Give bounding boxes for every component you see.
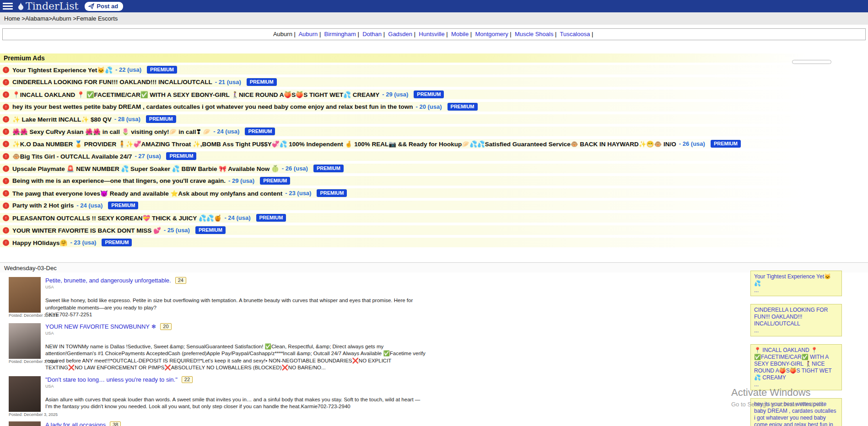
premium-ad-title[interactable]: ✨ Lake Merritt INCALL✨ $80 QV	[12, 116, 112, 123]
premium-ad-age: - 23 (usa)	[285, 190, 311, 197]
listing-photo[interactable]	[9, 323, 41, 359]
up-arrow-icon: ↑	[3, 215, 9, 221]
listing-posted-date: Posted: December 3, 2025	[9, 313, 41, 318]
premium-ad-age: - 26 (usa)	[282, 165, 308, 172]
premium-ad-row[interactable]: ↑ hey its your best wettes petite baby D…	[0, 102, 868, 112]
city-link[interactable]: Dothan	[362, 31, 382, 37]
listing-photo[interactable]	[9, 376, 41, 412]
city-link[interactable]: Huntsville	[419, 31, 444, 37]
premium-ad-row[interactable]: ↑ Happy HOlidays🤗 - 23 (usa) PREMIUM	[0, 238, 868, 247]
site-logo[interactable]: TinderList	[17, 1, 78, 11]
breadcrumb-link[interactable]: Home	[4, 15, 20, 22]
premium-ad-title[interactable]: Being with me is an experience—one that …	[12, 177, 226, 184]
premium-ad-title[interactable]: Upscale Playmate 🚨 NEW NUMBER 💦 Super So…	[12, 165, 279, 172]
premium-ad-row[interactable]: ↑ CINDERELLA LOOKING FOR FUN!!! OAKLAND!…	[0, 77, 868, 87]
up-arrow-icon: ↑	[3, 240, 9, 246]
breadcrumb-link[interactable]: Female Escorts	[76, 15, 118, 22]
up-arrow-icon: ↑	[3, 190, 9, 197]
premium-ad-row[interactable]: ↑ YOUR WINTER FAVORITE IS BACK DONT MISS…	[0, 225, 868, 235]
breadcrumb-link[interactable]: Alabama	[25, 15, 49, 22]
scrollbar-thumb[interactable]	[792, 60, 831, 64]
premium-ad-row[interactable]: ↑ PLEASANTON OUTCALLS !! SEXY KOREAN💝 TH…	[0, 213, 868, 223]
listing-body: YOUR NEW FAVORITE SNOWBUNNY ❄ 20 USA NEW…	[45, 323, 427, 372]
city-nav: Auburn | Auburn | Birmingham | Dothan | …	[2, 28, 866, 40]
breadcrumb-separator: >	[71, 15, 76, 22]
premium-ads-list: ↑ Your Tightest Experience Yet🐱💦 - 22 (u…	[0, 65, 868, 247]
premium-ad-row[interactable]: ↑ 📍INCALL OAKLAND 📍 ✅FACETIME/CAR✅ WITH …	[0, 90, 868, 99]
premium-ad-title[interactable]: 🐵Big Tits Girl - OUTCALL Available 24/7	[12, 153, 132, 160]
sidebar-ad-title[interactable]: CINDERELLA LOOKING FOR FUN!!! OAKLAND!!!…	[754, 307, 838, 327]
premium-ad-title[interactable]: 📍INCALL OAKLAND 📍 ✅FACETIME/CAR✅ WITH A …	[12, 91, 379, 98]
premium-ad-row[interactable]: ↑ Upscale Playmate 🚨 NEW NUMBER 💦 Super …	[0, 164, 868, 173]
premium-badge: PREMIUM	[260, 177, 290, 185]
premium-ad-title[interactable]: YOUR WINTER FAVORITE IS BACK DONT MISS 💕	[12, 227, 161, 234]
premium-badge: PREMIUM	[247, 78, 277, 86]
listing-country: USA	[45, 384, 427, 389]
city-link[interactable]: Auburn	[298, 31, 318, 37]
listing-posted-date: Posted: December 3, 2025	[9, 412, 41, 417]
premium-ad-title[interactable]: PLEASANTON OUTCALLS !! SEXY KOREAN💝 THIC…	[12, 214, 221, 222]
city-link[interactable]: Tuscaloosa	[560, 31, 590, 37]
premium-ad-age: - 24 (usa)	[213, 128, 239, 135]
listing-title-link[interactable]: "Don't stare too long… unless you're rea…	[45, 376, 178, 383]
sidebar-ad-card[interactable]: CINDERELLA LOOKING FOR FUN!!! OAKLAND!!!…	[750, 304, 842, 336]
sidebar-ad-title[interactable]: 📍 INCALL OAKLAND 📍 ✅FACETIME/CAR✅ WITH A…	[754, 347, 838, 381]
city-separator: |	[412, 31, 417, 37]
listing-country: USA	[45, 331, 427, 335]
up-arrow-icon: ↑	[3, 178, 9, 184]
premium-ad-title[interactable]: ✨K.O Daa NUMBER 🏅 PROVIDER 🧍✨💞AMAZING Th…	[12, 140, 676, 148]
premium-ad-title[interactable]: hey its your best wettes petite baby DRE…	[12, 103, 413, 110]
up-arrow-icon: ↑	[3, 79, 9, 85]
premium-ad-row[interactable]: ↑ Your Tightest Experience Yet🐱💦 - 22 (u…	[0, 65, 868, 75]
premium-ad-title[interactable]: Party with 2 Hot girls	[12, 202, 74, 209]
premium-ad-age: - 24 (usa)	[224, 214, 250, 221]
listing-age-badge: 38	[110, 421, 121, 426]
site-logo-text: TinderList	[26, 1, 78, 11]
up-arrow-icon: ↑	[3, 116, 9, 122]
listing-photo[interactable]	[9, 421, 41, 426]
premium-ad-row[interactable]: ↑ ✨ Lake Merritt INCALL✨ $80 QV - 28 (us…	[0, 114, 868, 124]
premium-ad-row[interactable]: ↑ ✨K.O Daa NUMBER 🏅 PROVIDER 🧍✨💞AMAZING …	[0, 139, 868, 149]
menu-icon[interactable]	[3, 3, 13, 10]
city-link[interactable]: Muscle Shoals	[515, 31, 554, 37]
city-link[interactable]: Auburn	[273, 31, 292, 37]
listing-thumb-wrap: Posted: December 3, 2025	[9, 323, 41, 372]
listing-title-link[interactable]: Petite, brunette, and dangerously unforg…	[45, 277, 171, 284]
premium-ad-title[interactable]: 🌺🌺 Sexy CuRvy Asian 🌺🌺 in call 🌷 visitin…	[12, 128, 210, 135]
listing-photo[interactable]	[9, 277, 41, 313]
premium-ad-row[interactable]: ↑ 🌺🌺 Sexy CuRvy Asian 🌺🌺 in call 🌷 visit…	[0, 127, 868, 136]
listing-row: A lady for all occasions 38 USA	[9, 421, 868, 426]
sidebar-ad-card[interactable]: 📍 INCALL OAKLAND 📍 ✅FACETIME/CAR✅ WITH A…	[750, 344, 842, 390]
breadcrumb-link[interactable]: Auburn	[52, 15, 71, 22]
premium-badge: PREMIUM	[245, 128, 275, 135]
sidebar-ad-title[interactable]: Your Tightest Experience Yet🐱 💦	[754, 273, 838, 287]
listings-section: Wednesday-03-Dec Posted: December 3, 202…	[0, 262, 868, 426]
listing-title-link[interactable]: YOUR NEW FAVORITE SNOWBUNNY ❄	[45, 323, 156, 330]
city-link[interactable]: Mobile	[451, 31, 469, 37]
premium-ad-title[interactable]: CINDERELLA LOOKING FOR FUN!!! OAKLAND!!!…	[12, 79, 212, 85]
city-link[interactable]: Birmingham	[324, 31, 356, 37]
city-separator: |	[469, 31, 474, 37]
premium-ad-row[interactable]: ↑ Party with 2 Hot girls - 24 (usa) PREM…	[0, 201, 868, 210]
premium-ad-title[interactable]: Happy HOlidays🤗	[12, 239, 67, 246]
premium-ad-title[interactable]: Your Tightest Experience Yet🐱💦	[12, 66, 113, 74]
city-link[interactable]: Montgomery	[475, 31, 508, 37]
sidebar-ad-ellipsis: ...	[754, 381, 838, 388]
up-arrow-icon: ↑	[3, 91, 9, 98]
premium-ad-title[interactable]: The pawg that everyone loves😈 Ready and …	[12, 190, 282, 197]
up-arrow-icon: ↑	[3, 165, 9, 172]
premium-badge: PREMIUM	[414, 91, 444, 98]
listing-row: Posted: December 3, 2025 "Don't stare to…	[9, 376, 868, 417]
city-link[interactable]: Gadsden	[388, 31, 412, 37]
city-separator: |	[356, 31, 361, 37]
premium-ad-row[interactable]: ↑ 🐵Big Tits Girl - OUTCALL Available 24/…	[0, 151, 868, 161]
sidebar-ad-card[interactable]: Your Tightest Experience Yet🐱 💦 ...	[750, 271, 842, 296]
sidebar-ad-title[interactable]: hey its your best wettes petite baby DRE…	[754, 401, 838, 426]
listing-title-link[interactable]: A lady for all occasions	[45, 421, 106, 426]
premium-ad-row[interactable]: ↑ The pawg that everyone loves😈 Ready an…	[0, 188, 868, 198]
post-ad-button[interactable]: Post ad	[85, 2, 123, 11]
premium-ad-row[interactable]: ↑ Being with me is an experience—one tha…	[0, 176, 868, 186]
premium-badge: PREMIUM	[317, 189, 347, 197]
premium-ad-age: - 21 (usa)	[215, 79, 241, 85]
sidebar-ad-card[interactable]: hey its your best wettes petite baby DRE…	[750, 398, 842, 426]
